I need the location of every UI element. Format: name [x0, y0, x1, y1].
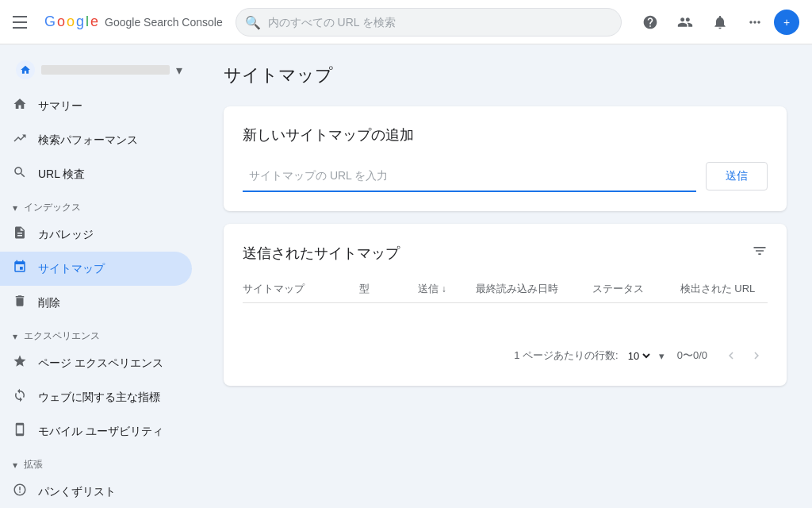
- main-content: サイトマップ 新しいサイトマップの追加 送信 送信されたサイトマップ サイトマッ…: [198, 44, 812, 508]
- sidebar-item-url-inspection[interactable]: URL 検査: [0, 157, 192, 191]
- help-button[interactable]: [634, 6, 666, 38]
- nav-section-index[interactable]: ▾ インデックス: [0, 191, 198, 217]
- sidebar-item-label: 削除: [38, 296, 60, 310]
- performance-icon: [13, 131, 29, 149]
- section-label: インデックス: [24, 201, 81, 214]
- sidebar-item-label: ウェブに関する主な指標: [38, 391, 160, 405]
- sidebar: ▾ サマリー 検索パフォーマンス URL 検査 ▾ インデックス: [0, 44, 198, 508]
- submitted-sitemaps-card: 送信されたサイトマップ サイトマップ 型 送信 ↓ 最終読み込み日時: [224, 224, 787, 386]
- sidebar-item-label: パンくずリスト: [38, 485, 116, 499]
- sitemap-icon: [13, 260, 29, 278]
- removals-icon: [13, 294, 29, 312]
- chevron-down-icon: ▾: [13, 460, 17, 471]
- filter-icon[interactable]: [752, 243, 768, 263]
- card2-header: 送信されたサイトマップ: [243, 243, 768, 263]
- nav-section-enhancements[interactable]: ▾ 拡張: [0, 448, 198, 475]
- submitted-sitemaps-title: 送信されたサイトマップ: [243, 244, 400, 263]
- prev-page-button[interactable]: [720, 344, 742, 367]
- add-sitemap-card: 新しいサイトマップの追加 送信: [224, 106, 787, 211]
- property-selector[interactable]: ▾: [6, 54, 192, 86]
- pagination-info: 0〜0/0: [677, 348, 707, 363]
- coverage-icon: [13, 225, 29, 244]
- notifications-button[interactable]: [704, 6, 736, 38]
- sidebar-item-search-performance[interactable]: 検索パフォーマンス: [0, 123, 192, 157]
- sidebar-item-sitemaps[interactable]: サイトマップ: [0, 252, 192, 286]
- col-header-type: 型: [359, 282, 418, 296]
- product-name: Google Search Console: [105, 16, 223, 29]
- sidebar-item-label: サマリー: [38, 99, 82, 114]
- avatar[interactable]: +: [774, 10, 799, 35]
- table-body: [243, 303, 768, 335]
- apps-button[interactable]: [739, 6, 771, 38]
- section-label: エクスペリエンス: [24, 329, 100, 343]
- sitemap-url-input[interactable]: [243, 160, 696, 192]
- search-input[interactable]: [236, 8, 622, 37]
- next-page-button[interactable]: [745, 344, 768, 367]
- rows-per-page-select[interactable]: 10: [625, 349, 653, 363]
- web-vitals-icon: [13, 388, 29, 406]
- page-exp-icon: [13, 354, 29, 372]
- sidebar-item-mobile-usability[interactable]: モバイル ユーザビリティ: [0, 414, 192, 448]
- col-header-status: ステータス: [592, 282, 680, 296]
- url-input-row: 送信: [243, 160, 768, 192]
- sidebar-item-label: 検索パフォーマンス: [38, 133, 138, 148]
- sidebar-item-coverage[interactable]: カバレッジ: [0, 217, 192, 252]
- sidebar-item-label: モバイル ユーザビリティ: [38, 425, 163, 439]
- body: ▾ サマリー 検索パフォーマンス URL 検査 ▾ インデックス: [0, 44, 812, 508]
- header: Google Google Search Console 🔍 +: [0, 0, 812, 44]
- nav-section-experience[interactable]: ▾ エクスペリエンス: [0, 320, 198, 346]
- sidebar-item-breadcrumbs[interactable]: パンくずリスト: [0, 475, 192, 508]
- mobile-icon: [13, 422, 29, 441]
- section-label: 拡張: [24, 458, 43, 471]
- pagination-nav: [720, 344, 768, 367]
- col-header-urls: 検出された URL: [680, 282, 768, 296]
- sort-arrow-icon: ↓: [442, 283, 446, 294]
- accounts-button[interactable]: [669, 6, 701, 38]
- table-header: サイトマップ 型 送信 ↓ 最終読み込み日時 ステータス 検出された URL: [243, 275, 768, 303]
- menu-button[interactable]: [13, 13, 32, 32]
- sidebar-item-label: URL 検査: [38, 167, 85, 182]
- rows-per-page-label: 1 ページあたりの行数:: [514, 348, 618, 363]
- sidebar-item-label: ページ エクスペリエンス: [38, 356, 163, 371]
- rows-per-page-control: 1 ページあたりの行数: 10 ▾: [514, 348, 664, 363]
- sidebar-item-removals[interactable]: 削除: [0, 286, 192, 320]
- search-container: 🔍: [236, 8, 622, 37]
- page-title: サイトマップ: [224, 64, 787, 87]
- search-icon: 🔍: [245, 14, 261, 29]
- col-header-last-read: 最終読み込み日時: [476, 282, 592, 296]
- header-actions: +: [634, 6, 799, 38]
- property-name: [41, 65, 170, 75]
- col-header-submitted[interactable]: 送信 ↓: [418, 282, 477, 296]
- add-sitemap-title: 新しいサイトマップの追加: [243, 125, 768, 144]
- property-icon: [16, 60, 35, 79]
- col-header-sitemap: サイトマップ: [243, 282, 359, 296]
- home-icon: [13, 97, 29, 115]
- chevron-down-icon: ▾: [13, 202, 17, 214]
- sidebar-item-web-vitals[interactable]: ウェブに関する主な指標: [0, 380, 192, 414]
- url-inspect-icon: [13, 165, 29, 183]
- table-footer: 1 ページあたりの行数: 10 ▾ 0〜0/0: [243, 335, 768, 367]
- logo-link[interactable]: Google Google Search Console: [44, 13, 223, 30]
- google-logo: Google: [44, 13, 98, 30]
- sidebar-item-label: カバレッジ: [38, 228, 94, 242]
- sidebar-item-label: サイトマップ: [38, 262, 105, 276]
- submit-button[interactable]: 送信: [706, 162, 768, 190]
- property-dropdown-icon: ▾: [176, 63, 182, 78]
- sidebar-item-page-experience[interactable]: ページ エクスペリエンス: [0, 346, 192, 380]
- chevron-down-icon: ▾: [13, 331, 17, 342]
- breadcrumbs-icon: [13, 483, 29, 501]
- dropdown-icon: ▾: [659, 350, 665, 362]
- sidebar-item-summary[interactable]: サマリー: [0, 89, 192, 123]
